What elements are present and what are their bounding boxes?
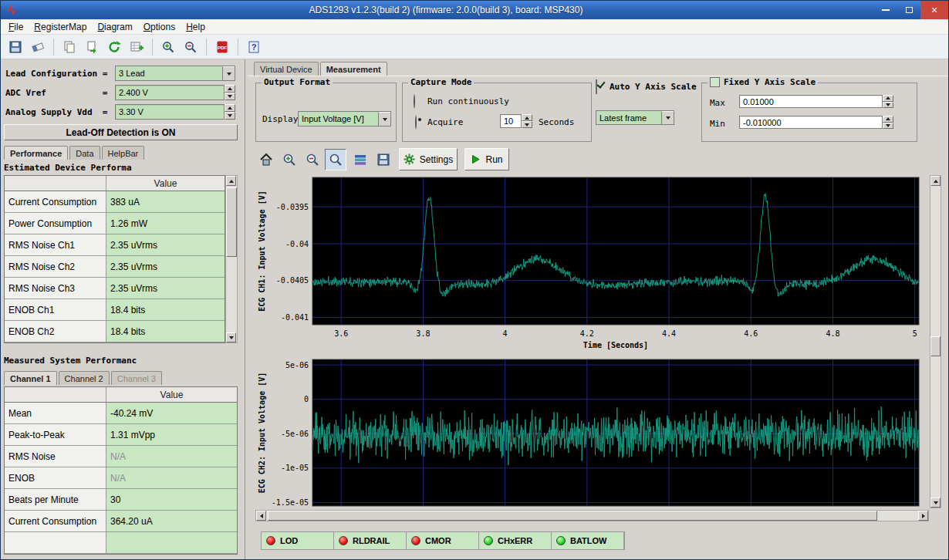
tab-data[interactable]: Data xyxy=(69,146,100,160)
pdf-icon[interactable]: PDF xyxy=(212,37,232,57)
spin-up-icon[interactable] xyxy=(883,95,893,102)
spin-down-icon[interactable] xyxy=(522,121,532,128)
spin-up-icon[interactable] xyxy=(225,85,235,93)
scrollbar-track[interactable] xyxy=(930,186,941,498)
svg-text:-5e-06: -5e-06 xyxy=(281,430,309,438)
fixed-y-checkbox[interactable] xyxy=(710,77,720,87)
tab-performance[interactable]: Performance xyxy=(4,146,68,160)
erase-icon[interactable] xyxy=(28,37,48,57)
title-bar[interactable]: ADS1293 v1.2.3(build 2) (firmware: 2.0.0… xyxy=(1,1,948,19)
refresh-icon[interactable] xyxy=(104,37,124,57)
spin-up-icon[interactable] xyxy=(883,116,893,123)
chart-zoom-in-icon[interactable] xyxy=(279,149,300,170)
zoom-out-icon[interactable] xyxy=(181,37,201,57)
scroll-right-icon[interactable] xyxy=(918,511,928,521)
vdd-stepper[interactable] xyxy=(225,104,235,120)
tab-measurement[interactable]: Measurement xyxy=(320,62,387,76)
close-button[interactable]: × xyxy=(920,1,948,19)
save-icon[interactable] xyxy=(5,37,25,57)
leadoff-detection-button[interactable]: Lead-Off Detection is ON xyxy=(4,124,238,140)
spin-down-icon[interactable] xyxy=(883,123,893,130)
lead-config-combo[interactable]: 3 Lead xyxy=(115,66,235,81)
chevron-down-icon[interactable] xyxy=(378,112,390,126)
chevron-down-icon[interactable] xyxy=(661,111,674,124)
spin-up-icon[interactable] xyxy=(522,114,532,121)
max-label: Max xyxy=(710,98,725,108)
table-scrollbar[interactable] xyxy=(225,175,238,343)
scroll-left-icon[interactable] xyxy=(256,511,266,521)
lead-config-label: Lead Configuration = xyxy=(5,69,113,79)
scrollbar-thumb[interactable] xyxy=(226,187,237,257)
frame-select-combo[interactable]: Latest frame xyxy=(596,110,674,125)
legend-icon[interactable] xyxy=(350,149,371,170)
tab-channel-2[interactable]: Channel 2 xyxy=(59,371,110,385)
help-icon[interactable]: ? xyxy=(244,37,264,57)
scrollbar-track[interactable] xyxy=(226,186,237,332)
menu-file[interactable]: File xyxy=(3,20,29,34)
channel-tab-strip: Channel 1 Channel 2 Channel 3 xyxy=(4,369,162,385)
acquire-radio[interactable] xyxy=(415,115,417,130)
settings-button[interactable]: Settings xyxy=(399,148,458,170)
ecg-ch1-chart[interactable]: -0.0395-0.04-0.0405-0.0413.63.844.24.44.… xyxy=(255,175,928,356)
led-red-icon xyxy=(339,536,348,545)
tab-channel-1[interactable]: Channel 1 xyxy=(4,371,57,385)
menu-registermap[interactable]: RegisterMap xyxy=(29,20,92,34)
scroll-down-icon[interactable] xyxy=(930,498,941,508)
copy-icon[interactable] xyxy=(59,37,79,57)
max-value[interactable]: 0.01000 xyxy=(739,95,883,108)
seconds-stepper[interactable]: 10 xyxy=(500,114,532,128)
export-icon[interactable] xyxy=(82,37,102,57)
run-button-label: Run xyxy=(485,154,502,165)
spin-down-icon[interactable] xyxy=(883,102,893,109)
svg-text:4.4: 4.4 xyxy=(662,329,676,338)
svg-text:5e-06: 5e-06 xyxy=(285,361,309,369)
chevron-down-icon[interactable] xyxy=(222,66,235,80)
spin-down-icon[interactable] xyxy=(225,93,235,100)
adc-vref-field[interactable]: 2.400 V xyxy=(115,85,235,100)
tab-virtual-device[interactable]: Virtual Device xyxy=(254,62,319,76)
maximize-button[interactable] xyxy=(897,1,920,19)
display-format-combo[interactable]: Input Voltage [V] xyxy=(298,111,391,127)
max-field[interactable]: 0.01000 xyxy=(739,95,893,108)
adc-vref-stepper[interactable] xyxy=(225,85,235,100)
scroll-up-icon[interactable] xyxy=(930,176,941,186)
ecg-ch2-chart[interactable]: 5e-060-5e-06-1e-05-1.5e-05ECG CH2: Input… xyxy=(255,357,928,508)
auto-y-checkbox[interactable] xyxy=(596,79,597,94)
min-value[interactable]: -0.010000 xyxy=(739,116,883,129)
chart-vertical-scrollbar[interactable] xyxy=(930,175,941,508)
run-continuously-radio[interactable] xyxy=(414,94,415,109)
tab-helpbar[interactable]: HelpBar xyxy=(102,146,145,160)
led-green-icon xyxy=(484,536,493,545)
scroll-up-icon[interactable] xyxy=(226,176,236,186)
scrollbar-thumb[interactable] xyxy=(268,511,877,521)
vdd-field[interactable]: 3.30 V xyxy=(115,104,235,120)
chart-horizontal-scrollbar[interactable] xyxy=(255,510,929,521)
status-led-strip: LODRLDRAILCMORCHxERRBATLOW xyxy=(261,531,625,550)
table-row: Beats per Minute30 xyxy=(5,489,237,511)
frame-select-value: Latest frame xyxy=(596,111,661,124)
seconds-value[interactable]: 10 xyxy=(500,114,522,128)
minimize-button[interactable] xyxy=(874,1,897,19)
run-button[interactable]: Run xyxy=(464,148,509,170)
tab-channel-3[interactable]: Channel 3 xyxy=(111,371,162,385)
scroll-down-icon[interactable] xyxy=(226,332,236,342)
led-red-icon xyxy=(266,536,275,545)
menu-diagram[interactable]: Diagram xyxy=(92,20,137,34)
chart-zoom-out-icon[interactable] xyxy=(302,149,323,170)
zoom-in-icon[interactable] xyxy=(158,37,178,57)
min-field[interactable]: -0.010000 xyxy=(739,116,893,129)
spin-up-icon[interactable] xyxy=(225,104,235,112)
home-icon[interactable] xyxy=(255,149,277,170)
scrollbar-thumb[interactable] xyxy=(930,336,941,356)
menu-bar: FileRegisterMapDiagramOptionsHelp xyxy=(1,19,948,35)
menu-help[interactable]: Help xyxy=(181,20,211,34)
adc-vref-value[interactable]: 2.400 V xyxy=(115,85,225,100)
chart-save-icon[interactable] xyxy=(373,149,394,170)
svg-text:5: 5 xyxy=(913,329,917,338)
chart-zoom-select-icon[interactable] xyxy=(325,149,346,170)
spin-down-icon[interactable] xyxy=(225,112,235,120)
menu-options[interactable]: Options xyxy=(138,20,181,34)
scrollbar-track[interactable] xyxy=(266,511,918,521)
table-icon[interactable] xyxy=(127,37,147,57)
vdd-value[interactable]: 3.30 V xyxy=(115,104,225,120)
